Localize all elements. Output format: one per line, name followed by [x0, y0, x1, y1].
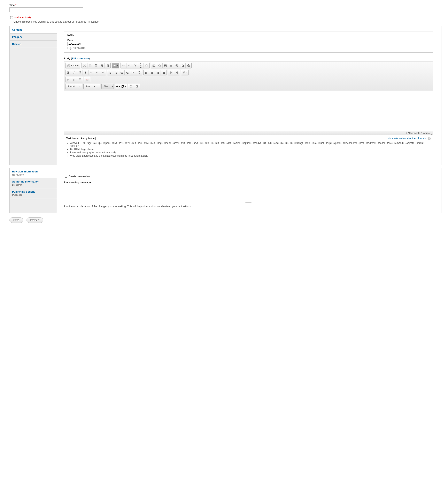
chevron-down-icon: ▼ [185, 72, 187, 74]
tab-imagery[interactable]: Imagery [10, 34, 57, 41]
cut-button[interactable] [82, 63, 87, 68]
language-button[interactable]: 話▼ [181, 70, 188, 75]
underline-button[interactable]: U [77, 70, 83, 75]
pagebreak-icon [86, 78, 89, 81]
paste-icon [94, 64, 98, 67]
align-left-button[interactable] [144, 70, 149, 75]
rtl-button[interactable]: ◂¶ [174, 70, 180, 75]
featured-checkbox-row[interactable]: (value not set) [9, 16, 31, 19]
replace-button[interactable]: a↔b [138, 63, 144, 68]
font-dropdown[interactable]: Font▼ [83, 84, 100, 89]
indent-button[interactable] [125, 70, 130, 75]
subscript-button[interactable]: x2 [88, 70, 94, 75]
copy-icon [89, 64, 92, 67]
tab-content[interactable]: Content [10, 26, 57, 34]
specialchar-button[interactable]: Ω [180, 63, 186, 68]
link-button[interactable] [66, 77, 71, 82]
svg-point-23 [115, 71, 115, 72]
tab-related-label: Related [12, 43, 21, 46]
outdent-button[interactable] [119, 70, 125, 75]
tab-authoring-info[interactable]: Authoring information By admin [10, 178, 57, 188]
paste-word-button[interactable] [105, 63, 110, 68]
vertical-tabs-primary: Content Imagery Related [10, 26, 57, 165]
revision-log-label: Revision log message [64, 181, 433, 184]
paste-text-button[interactable] [99, 63, 105, 68]
find-button[interactable] [132, 63, 138, 68]
selectall-button[interactable] [144, 63, 150, 68]
editor-status: 0 / 0 symbols; 1 words [64, 131, 433, 135]
superscript-button[interactable]: x2 [94, 70, 100, 75]
copy-button[interactable] [87, 63, 93, 68]
align-right-icon [156, 71, 159, 74]
paste-text-icon [100, 64, 103, 67]
date-fieldset: DATE Date E.g., 10/21/2015 [64, 31, 433, 52]
removeformat-button[interactable]: I× [100, 70, 106, 75]
bgcolor-button[interactable]: A▼ [121, 84, 127, 89]
preview-button[interactable]: Preview [26, 218, 43, 223]
smiley-button[interactable] [174, 63, 180, 68]
svg-rect-3 [90, 65, 91, 67]
iframe-button[interactable] [186, 63, 191, 68]
ltr-button[interactable]: ¶▸ [168, 70, 174, 75]
tab-publishing-options[interactable]: Publishing options Published [10, 188, 57, 198]
revision-log-textarea[interactable] [64, 184, 433, 200]
title-input[interactable] [9, 7, 83, 12]
svg-point-9 [134, 65, 136, 66]
align-center-button[interactable] [149, 70, 155, 75]
numberedlist-button[interactable]: 123 [107, 70, 113, 75]
svg-rect-15 [164, 65, 167, 67]
unlink-icon [72, 78, 76, 81]
flash-button[interactable] [157, 63, 163, 68]
date-example: E.g., 10/21/2015 [67, 47, 430, 50]
text-format-select[interactable]: Fancy Text [80, 137, 96, 140]
maximize-button[interactable] [128, 84, 134, 89]
edit-summary-link[interactable]: Edit summary [72, 57, 89, 60]
save-button[interactable]: Save [9, 218, 23, 223]
align-justify-icon [162, 71, 165, 74]
featured-checkbox-label: (value not set) [14, 16, 31, 19]
blockquote-button[interactable]: ❞ [130, 70, 136, 75]
image-icon [152, 64, 155, 67]
creatediv-button[interactable]: DIV<> [136, 70, 142, 75]
cut-icon [83, 64, 86, 67]
redo-button[interactable] [127, 63, 132, 68]
format-dropdown[interactable]: Format▼ [65, 84, 82, 89]
help-icon[interactable]: ? [428, 137, 431, 140]
align-justify-button[interactable] [161, 70, 167, 75]
size-dropdown[interactable]: Size▼ [101, 84, 114, 89]
title-label: Title [9, 4, 15, 7]
pagebreak-button[interactable] [85, 77, 90, 82]
tab-related[interactable]: Related [10, 41, 57, 48]
ul-icon [114, 71, 118, 74]
text-format-help-link[interactable]: More information about text formats [388, 137, 426, 140]
editor-toolbar: Source ABC▼ [64, 61, 433, 91]
bulletedlist-button[interactable] [113, 70, 119, 75]
image-button[interactable] [151, 63, 157, 68]
italic-button[interactable]: I [71, 70, 77, 75]
svg-rect-11 [146, 65, 147, 66]
unlink-button[interactable] [71, 77, 77, 82]
date-input[interactable] [67, 42, 94, 46]
resize-handle[interactable] [64, 200, 433, 203]
anchor-button[interactable] [77, 77, 83, 82]
strike-button[interactable]: S [83, 70, 88, 75]
text-format-label: Text format [66, 137, 79, 140]
bold-button[interactable]: B [66, 70, 71, 75]
align-center-icon [151, 71, 153, 74]
showblocks-button[interactable] [134, 84, 140, 89]
date-legend: DATE [64, 31, 433, 36]
featured-checkbox[interactable] [10, 16, 13, 19]
source-button[interactable]: Source [66, 63, 80, 68]
anchor-icon [78, 78, 82, 81]
table-button[interactable] [163, 63, 168, 68]
hr-button[interactable] [168, 63, 174, 68]
undo-button[interactable] [121, 63, 127, 68]
paste-button[interactable] [93, 63, 99, 68]
textcolor-button[interactable]: A▼ [115, 84, 121, 89]
editor-content[interactable] [64, 91, 433, 131]
spellcheck-button[interactable]: ABC▼ [112, 63, 119, 68]
tab-revision-info[interactable]: Revision information No revision [10, 168, 57, 178]
align-right-button[interactable] [155, 70, 161, 75]
body-editor: Source ABC▼ [64, 61, 433, 135]
create-revision-checkbox[interactable] [65, 175, 67, 178]
